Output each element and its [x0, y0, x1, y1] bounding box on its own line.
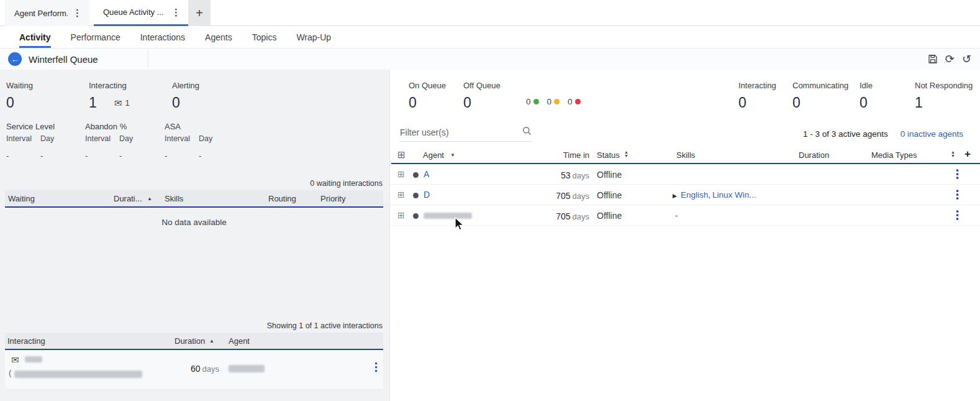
expand-row-icon[interactable]: ⊞ [397, 170, 405, 178]
stat-label: Off Queue [463, 81, 501, 90]
expand-row-icon[interactable]: ⊞ [397, 190, 405, 199]
agent-row[interactable]: ⊞ D 705days Offline ▶English,Linux Win..… [390, 185, 980, 205]
time-in-cell: 705days [536, 211, 589, 222]
tab-agents[interactable]: Agents [205, 26, 232, 48]
agent-name-link[interactable]: A [424, 169, 429, 179]
stat-label: Interacting [89, 81, 130, 90]
tab-interactions[interactable]: Interactions [140, 26, 185, 48]
inactive-agents-link[interactable]: 0 inactive agents [901, 129, 963, 139]
agents-panel: On Queue 0 Off Queue 0 0 0 0 Interacting… [389, 70, 980, 401]
stat-on-queue: On Queue 0 [409, 81, 446, 111]
add-column-icon[interactable]: + [964, 148, 971, 160]
day-label: Day [199, 134, 212, 143]
back-arrow-icon: ← [11, 55, 19, 64]
green-dot-icon [533, 99, 539, 104]
interaction-duration: 60days [176, 363, 219, 374]
main-content: Waiting 0 Interacting 1 ✉ 1 Alerting 0 S… [0, 70, 980, 401]
day-value: - [199, 151, 201, 160]
paren-text: ( [9, 368, 11, 377]
day-value: - [119, 151, 122, 160]
metric-asa: ASA Interval Day - - [165, 122, 212, 160]
col-status[interactable]: Status [597, 150, 620, 160]
skill-link[interactable]: Linux Win... [712, 190, 756, 200]
stat-value: 0 [738, 94, 776, 111]
tab-topics[interactable]: Topics [252, 26, 277, 48]
agent-row[interactable]: ⊞ 705days Offline - [390, 205, 980, 226]
search-icon[interactable] [522, 126, 532, 138]
agents-pagination: 1 - 3 of 3 active agents 0 inactive agen… [803, 129, 963, 139]
undo-icon[interactable]: ↺ [962, 53, 971, 65]
row-menu-button[interactable] [374, 362, 378, 373]
time-in-cell: 53days [536, 170, 589, 181]
stat-waiting: Waiting 0 [6, 81, 33, 111]
expand-skills-icon[interactable]: ▶ [673, 193, 677, 199]
header-divider [148, 51, 148, 67]
col-duration[interactable]: Duration [175, 336, 205, 346]
filter-users-input[interactable] [400, 127, 522, 137]
queue-detail-panel: Waiting 0 Interacting 1 ✉ 1 Alerting 0 S… [0, 70, 389, 401]
new-tab-button[interactable]: + [188, 0, 211, 26]
interacting-table-header: Interacting Duration ▲ Agent [5, 333, 383, 349]
offline-status-dot [413, 193, 419, 198]
col-agent[interactable]: Agent [423, 150, 444, 160]
window-tab-agent-performance[interactable]: Agent Perform... ⋮ [5, 0, 89, 26]
refresh-icon[interactable]: ⟳ [945, 53, 955, 65]
stat-label: Not Responding [915, 81, 973, 90]
available-counter: 0 [526, 97, 539, 106]
stat-value: 0 [792, 94, 848, 111]
tab-wrap-up[interactable]: Wrap-Up [296, 26, 331, 48]
counter-value: 0 [547, 97, 552, 106]
expand-all-icon[interactable]: ⊞ [397, 150, 406, 159]
save-icon[interactable] [928, 54, 938, 64]
tab-activity[interactable]: Activity [19, 26, 51, 48]
skill-link[interactable]: English [681, 190, 708, 200]
redacted-address [14, 371, 142, 378]
metric-label: Service Level [6, 122, 55, 131]
sort-asc-icon[interactable]: ▲ [147, 196, 152, 201]
status-cell: Offline [597, 170, 622, 180]
window-tab-queue-activity[interactable]: Queue Activity ... ⋮ [94, 0, 188, 26]
tab-menu-icon[interactable]: ⋮ [68, 7, 82, 19]
day-label: Day [40, 134, 54, 143]
stat-value: 0 [860, 94, 873, 111]
interval-value: - [165, 151, 199, 160]
col-duration: Duration [799, 150, 829, 160]
status-sort-icon[interactable]: ▲ ▼ [624, 150, 628, 158]
waiting-count: 0 waiting interactions [310, 179, 383, 188]
agent-table-header: ⊞ Agent ▼ Time in Status ▲ ▼ Skills Dura… [390, 147, 980, 163]
tab-menu-icon[interactable]: ⋮ [166, 7, 181, 18]
interval-label: Interval [85, 134, 119, 143]
row-menu-button[interactable] [956, 190, 959, 200]
agent-row[interactable]: ⊞ A 53days Offline [390, 164, 980, 185]
row-menu-button[interactable] [956, 210, 959, 221]
day-label: Day [119, 134, 133, 143]
row-menu-button[interactable] [956, 169, 959, 180]
sort-asc-icon[interactable]: ▲ [209, 338, 214, 344]
col-media-types[interactable]: Media Types [871, 150, 917, 160]
redacted-agent-name [424, 213, 472, 219]
metric-service-level: Service Level Interval Day - - [6, 122, 55, 160]
col-skills: Skills [676, 150, 695, 160]
stat-label: Alerting [172, 81, 199, 90]
expand-row-icon[interactable]: ⊞ [397, 211, 405, 219]
skills-cell: ▶English,Linux Win... [673, 190, 756, 200]
window-tab-label: Queue Activity ... [103, 7, 164, 17]
interacting-count: Showing 1 of 1 active interactions [267, 321, 383, 330]
filter-users-field[interactable] [400, 123, 532, 142]
agent-name-link[interactable]: D [424, 190, 430, 200]
interval-label: Interval [165, 134, 199, 143]
media-sort-icon[interactable]: ▲ ▼ [951, 150, 955, 158]
col-duration[interactable]: Durati... [114, 194, 142, 203]
metric-abandon: Abandon % Interval Day - - [85, 122, 133, 160]
window-tab-label: Agent Perform... [14, 9, 68, 18]
section-nav: Activity Performance Interactions Agents… [0, 26, 980, 48]
stat-label: On Queue [409, 81, 446, 90]
active-agents-range: 1 - 3 of 3 active agents [803, 129, 888, 139]
offline-status-dot [413, 172, 419, 178]
stat-value: 1 [915, 94, 973, 111]
agent-dropdown-icon[interactable]: ▼ [450, 152, 455, 158]
yellow-dot-icon [554, 99, 560, 104]
back-button[interactable]: ← [8, 52, 22, 66]
interval-value: - [85, 151, 119, 160]
tab-performance[interactable]: Performance [71, 26, 120, 48]
